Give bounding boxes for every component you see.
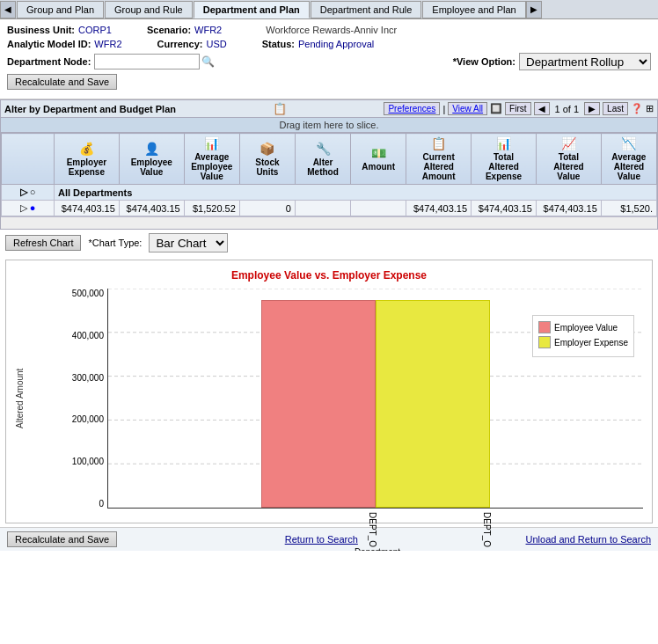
chart-controls: Refresh Chart *Chart Type: Bar Chart Lin… [0,230,658,256]
col-employer-expense: 💰EmployerExpense [55,134,120,185]
col-stock-units: 📦StockUnits [239,134,295,185]
bar-employee-value [261,300,376,508]
dept-node-input[interactable] [94,54,200,70]
col-total-altered-expense: 📊TotalAlteredExpense [472,134,537,185]
col-avg-altered-value: 📉AverageAlteredValue [601,134,656,185]
first-btn[interactable]: First [505,102,530,115]
page-info: 1 of 1 [555,104,580,114]
dept-search-btn[interactable]: 🔍 [201,55,215,68]
cell-amount [351,201,406,216]
dept-node-label: Department Node: [7,56,91,67]
view-option-label: *View Option: [453,56,515,67]
prev-page-btn[interactable]: ◀ [534,102,550,115]
last-btn[interactable]: Last [603,102,628,115]
expand-icon-sub[interactable]: ▷ [20,202,27,213]
data-grid: 💰EmployerExpense 👤EmployeeValue 📊Average… [1,133,657,216]
y-axis-label: Altered Amount [15,289,59,509]
radio-icon-sub[interactable]: ● [30,202,36,213]
x-axis-labels: DEPT_O DEPT_O [15,512,643,547]
chart-legend: Employee Value Employer Expense [532,315,634,357]
tab-emp-plan[interactable]: Employee and Plan [422,1,525,18]
col-total-altered-value: 📈TotalAlteredValue [536,134,601,185]
status-label: Status: [262,39,295,49]
next-page-btn[interactable]: ▶ [584,102,600,115]
refresh-chart-btn[interactable]: Refresh Chart [5,235,81,251]
currency-value: USD [206,39,226,49]
col-employee-value: 👤EmployeeValue [119,134,184,185]
table-row: ▷ ● $474,403.15 $474,403.15 $1,520.52 0 … [2,201,657,216]
chart-body: Employee Value Employer Expense [107,289,643,509]
tab-group-plan[interactable]: Group and Plan [17,1,104,18]
preferences-link[interactable]: Preferences [384,102,440,115]
grid-header-bar: Alter by Department and Budget Plan 📋 Pr… [0,99,658,118]
chart-type-select[interactable]: Bar Chart Line Chart Pie Chart [149,233,228,252]
cell-alter-method [295,201,350,216]
tab-bar: ◀ Group and Plan Group and Rule Departme… [0,0,658,19]
tab-dept-rule[interactable]: Department and Rule [311,1,422,18]
cell-total-altered-exp: $474,403.15 [472,201,537,216]
cell-avg-emp-value: $1,520.52 [184,201,239,216]
business-unit-label: Business Unit: [7,25,75,35]
col-current-altered-amount: 📋CurrentAlteredAmount [406,134,472,185]
tab-prev-btn[interactable]: ◀ [0,1,16,18]
bar-employer-expense [376,300,490,508]
tab-next-btn[interactable]: ▶ [526,1,542,18]
cell-avg-altered-val: $1,520. [601,201,656,216]
view-option-select[interactable]: Department Rollup [519,53,651,70]
chart-inner: Altered Amount 500,000 400,000 300,000 2… [15,289,643,509]
view-all-link[interactable]: View All [448,102,487,115]
scenario-label: Scenario: [147,25,191,35]
recalc-save-btn[interactable]: Recalculate and Save [7,74,117,90]
chart-title: Employee Value vs. Employer Expense [15,269,643,282]
col-expand [2,134,55,185]
legend-color-emp-expense [538,336,551,348]
cell-stock-units: 0 [239,201,295,216]
radio-icon[interactable]: ○ [30,187,36,197]
col-alter-method: 🔧AlterMethod [295,134,350,185]
workforce-label: Workforce Rewards-Anniv Incr [266,25,397,35]
tab-dept-plan[interactable]: Department and Plan [194,1,310,18]
y-axis: 500,000 400,000 300,000 200,000 100,000 … [59,289,107,509]
legend-color-emp-value [538,321,551,333]
table-row: ▷ ○ All Departments [2,185,657,201]
analytic-label: Analytic Model ID: [7,39,91,49]
legend-employer-expense: Employer Expense [538,336,628,348]
business-unit-value: CORP1 [78,25,112,35]
x-axis-title: Department [15,547,643,551]
legend-employee-value: Employee Value [538,321,628,333]
col-amount: 💵Amount [351,134,406,185]
status-value: Pending Approval [298,39,374,49]
cell-employer-expense: $474,403.15 [55,201,120,216]
drag-strip: Drag item here to slice. [0,118,658,133]
tab-group-rule[interactable]: Group and Rule [105,1,193,18]
grid-icon: 📋 [273,102,287,115]
analytic-value: WFR2 [94,39,121,49]
col-avg-employee-value: 📊AverageEmployeeValue [184,134,239,185]
chart-container: Employee Value vs. Employer Expense Alte… [5,260,653,523]
grid-nav: Preferences | View All 🔲 First ◀ 1 of 1 … [384,102,654,115]
expand-icon[interactable]: ▷ [20,187,27,197]
cell-current-altered: $474,403.15 [406,201,472,216]
horiz-scrollbar[interactable] [1,216,657,229]
form-area: Business Unit: CORP1 Scenario: WFR2 Work… [0,19,658,99]
scenario-value: WFR2 [194,25,222,35]
cell-total-altered-val: $474,403.15 [536,201,601,216]
currency-label: Currency: [157,39,203,49]
grid-title: Alter by Department and Budget Plan [4,104,176,114]
chart-type-label: *Chart Type: [88,238,142,248]
cell-employee-value: $474,403.15 [119,201,184,216]
all-departments-label: All Departments [55,185,657,201]
